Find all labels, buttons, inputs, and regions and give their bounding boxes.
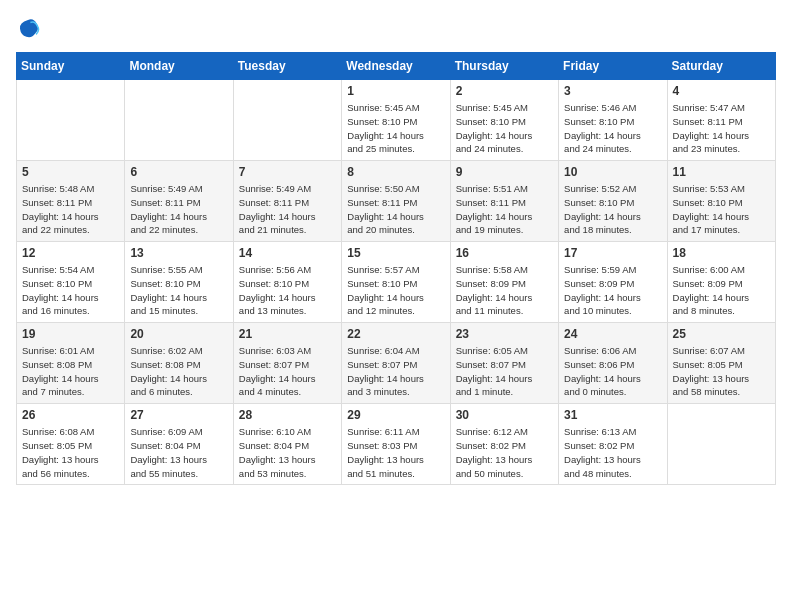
calendar-cell: 13Sunrise: 5:55 AM Sunset: 8:10 PM Dayli… (125, 242, 233, 323)
day-number: 29 (347, 408, 444, 422)
calendar-cell: 5Sunrise: 5:48 AM Sunset: 8:11 PM Daylig… (17, 161, 125, 242)
day-info: Sunrise: 5:45 AM Sunset: 8:10 PM Dayligh… (456, 101, 553, 156)
calendar-cell: 15Sunrise: 5:57 AM Sunset: 8:10 PM Dayli… (342, 242, 450, 323)
day-info: Sunrise: 6:12 AM Sunset: 8:02 PM Dayligh… (456, 425, 553, 480)
logo (16, 16, 44, 40)
calendar-cell: 18Sunrise: 6:00 AM Sunset: 8:09 PM Dayli… (667, 242, 775, 323)
day-info: Sunrise: 5:49 AM Sunset: 8:11 PM Dayligh… (239, 182, 336, 237)
day-number: 22 (347, 327, 444, 341)
day-info: Sunrise: 5:47 AM Sunset: 8:11 PM Dayligh… (673, 101, 770, 156)
day-number: 27 (130, 408, 227, 422)
day-info: Sunrise: 6:06 AM Sunset: 8:06 PM Dayligh… (564, 344, 661, 399)
day-info: Sunrise: 5:54 AM Sunset: 8:10 PM Dayligh… (22, 263, 119, 318)
day-info: Sunrise: 5:50 AM Sunset: 8:11 PM Dayligh… (347, 182, 444, 237)
calendar-header: SundayMondayTuesdayWednesdayThursdayFrid… (17, 53, 776, 80)
calendar-cell: 26Sunrise: 6:08 AM Sunset: 8:05 PM Dayli… (17, 404, 125, 485)
calendar-cell: 12Sunrise: 5:54 AM Sunset: 8:10 PM Dayli… (17, 242, 125, 323)
calendar-cell: 11Sunrise: 5:53 AM Sunset: 8:10 PM Dayli… (667, 161, 775, 242)
day-info: Sunrise: 5:45 AM Sunset: 8:10 PM Dayligh… (347, 101, 444, 156)
day-info: Sunrise: 5:55 AM Sunset: 8:10 PM Dayligh… (130, 263, 227, 318)
day-info: Sunrise: 5:49 AM Sunset: 8:11 PM Dayligh… (130, 182, 227, 237)
day-info: Sunrise: 5:58 AM Sunset: 8:09 PM Dayligh… (456, 263, 553, 318)
calendar-cell: 3Sunrise: 5:46 AM Sunset: 8:10 PM Daylig… (559, 80, 667, 161)
day-number: 19 (22, 327, 119, 341)
calendar-cell: 9Sunrise: 5:51 AM Sunset: 8:11 PM Daylig… (450, 161, 558, 242)
calendar-cell: 16Sunrise: 5:58 AM Sunset: 8:09 PM Dayli… (450, 242, 558, 323)
weekday-header-tuesday: Tuesday (233, 53, 341, 80)
day-number: 4 (673, 84, 770, 98)
day-info: Sunrise: 6:11 AM Sunset: 8:03 PM Dayligh… (347, 425, 444, 480)
day-number: 21 (239, 327, 336, 341)
day-info: Sunrise: 5:51 AM Sunset: 8:11 PM Dayligh… (456, 182, 553, 237)
day-info: Sunrise: 6:08 AM Sunset: 8:05 PM Dayligh… (22, 425, 119, 480)
day-number: 20 (130, 327, 227, 341)
day-info: Sunrise: 6:01 AM Sunset: 8:08 PM Dayligh… (22, 344, 119, 399)
day-number: 7 (239, 165, 336, 179)
calendar-cell: 21Sunrise: 6:03 AM Sunset: 8:07 PM Dayli… (233, 323, 341, 404)
calendar-cell: 7Sunrise: 5:49 AM Sunset: 8:11 PM Daylig… (233, 161, 341, 242)
day-number: 12 (22, 246, 119, 260)
day-number: 25 (673, 327, 770, 341)
day-info: Sunrise: 6:07 AM Sunset: 8:05 PM Dayligh… (673, 344, 770, 399)
day-info: Sunrise: 6:09 AM Sunset: 8:04 PM Dayligh… (130, 425, 227, 480)
calendar-cell: 2Sunrise: 5:45 AM Sunset: 8:10 PM Daylig… (450, 80, 558, 161)
day-info: Sunrise: 6:03 AM Sunset: 8:07 PM Dayligh… (239, 344, 336, 399)
day-number: 24 (564, 327, 661, 341)
calendar-cell: 1Sunrise: 5:45 AM Sunset: 8:10 PM Daylig… (342, 80, 450, 161)
calendar-cell: 19Sunrise: 6:01 AM Sunset: 8:08 PM Dayli… (17, 323, 125, 404)
calendar-cell (233, 80, 341, 161)
day-info: Sunrise: 6:10 AM Sunset: 8:04 PM Dayligh… (239, 425, 336, 480)
weekday-header-sunday: Sunday (17, 53, 125, 80)
day-number: 26 (22, 408, 119, 422)
day-info: Sunrise: 6:02 AM Sunset: 8:08 PM Dayligh… (130, 344, 227, 399)
day-number: 2 (456, 84, 553, 98)
logo-icon (16, 16, 40, 40)
calendar-cell: 29Sunrise: 6:11 AM Sunset: 8:03 PM Dayli… (342, 404, 450, 485)
day-info: Sunrise: 5:56 AM Sunset: 8:10 PM Dayligh… (239, 263, 336, 318)
day-info: Sunrise: 5:52 AM Sunset: 8:10 PM Dayligh… (564, 182, 661, 237)
day-number: 31 (564, 408, 661, 422)
calendar-cell: 23Sunrise: 6:05 AM Sunset: 8:07 PM Dayli… (450, 323, 558, 404)
calendar-cell: 6Sunrise: 5:49 AM Sunset: 8:11 PM Daylig… (125, 161, 233, 242)
calendar-cell: 17Sunrise: 5:59 AM Sunset: 8:09 PM Dayli… (559, 242, 667, 323)
weekday-header-thursday: Thursday (450, 53, 558, 80)
day-number: 30 (456, 408, 553, 422)
calendar-cell: 27Sunrise: 6:09 AM Sunset: 8:04 PM Dayli… (125, 404, 233, 485)
day-number: 28 (239, 408, 336, 422)
day-info: Sunrise: 6:04 AM Sunset: 8:07 PM Dayligh… (347, 344, 444, 399)
day-number: 16 (456, 246, 553, 260)
day-number: 17 (564, 246, 661, 260)
calendar-week-5: 26Sunrise: 6:08 AM Sunset: 8:05 PM Dayli… (17, 404, 776, 485)
calendar-cell: 10Sunrise: 5:52 AM Sunset: 8:10 PM Dayli… (559, 161, 667, 242)
calendar-cell: 31Sunrise: 6:13 AM Sunset: 8:02 PM Dayli… (559, 404, 667, 485)
calendar-cell: 20Sunrise: 6:02 AM Sunset: 8:08 PM Dayli… (125, 323, 233, 404)
calendar-week-4: 19Sunrise: 6:01 AM Sunset: 8:08 PM Dayli… (17, 323, 776, 404)
calendar-cell: 25Sunrise: 6:07 AM Sunset: 8:05 PM Dayli… (667, 323, 775, 404)
weekday-header-monday: Monday (125, 53, 233, 80)
calendar-cell: 22Sunrise: 6:04 AM Sunset: 8:07 PM Dayli… (342, 323, 450, 404)
calendar-body: 1Sunrise: 5:45 AM Sunset: 8:10 PM Daylig… (17, 80, 776, 485)
day-info: Sunrise: 5:59 AM Sunset: 8:09 PM Dayligh… (564, 263, 661, 318)
calendar-cell: 24Sunrise: 6:06 AM Sunset: 8:06 PM Dayli… (559, 323, 667, 404)
day-number: 3 (564, 84, 661, 98)
day-number: 23 (456, 327, 553, 341)
day-number: 6 (130, 165, 227, 179)
weekday-row: SundayMondayTuesdayWednesdayThursdayFrid… (17, 53, 776, 80)
calendar-cell (125, 80, 233, 161)
day-number: 8 (347, 165, 444, 179)
calendar: SundayMondayTuesdayWednesdayThursdayFrid… (16, 52, 776, 485)
day-info: Sunrise: 5:57 AM Sunset: 8:10 PM Dayligh… (347, 263, 444, 318)
day-info: Sunrise: 5:46 AM Sunset: 8:10 PM Dayligh… (564, 101, 661, 156)
calendar-cell: 30Sunrise: 6:12 AM Sunset: 8:02 PM Dayli… (450, 404, 558, 485)
day-number: 11 (673, 165, 770, 179)
calendar-week-1: 1Sunrise: 5:45 AM Sunset: 8:10 PM Daylig… (17, 80, 776, 161)
calendar-cell: 14Sunrise: 5:56 AM Sunset: 8:10 PM Dayli… (233, 242, 341, 323)
calendar-cell (667, 404, 775, 485)
calendar-cell: 4Sunrise: 5:47 AM Sunset: 8:11 PM Daylig… (667, 80, 775, 161)
day-info: Sunrise: 6:05 AM Sunset: 8:07 PM Dayligh… (456, 344, 553, 399)
weekday-header-friday: Friday (559, 53, 667, 80)
day-number: 14 (239, 246, 336, 260)
calendar-cell: 8Sunrise: 5:50 AM Sunset: 8:11 PM Daylig… (342, 161, 450, 242)
day-number: 10 (564, 165, 661, 179)
weekday-header-wednesday: Wednesday (342, 53, 450, 80)
